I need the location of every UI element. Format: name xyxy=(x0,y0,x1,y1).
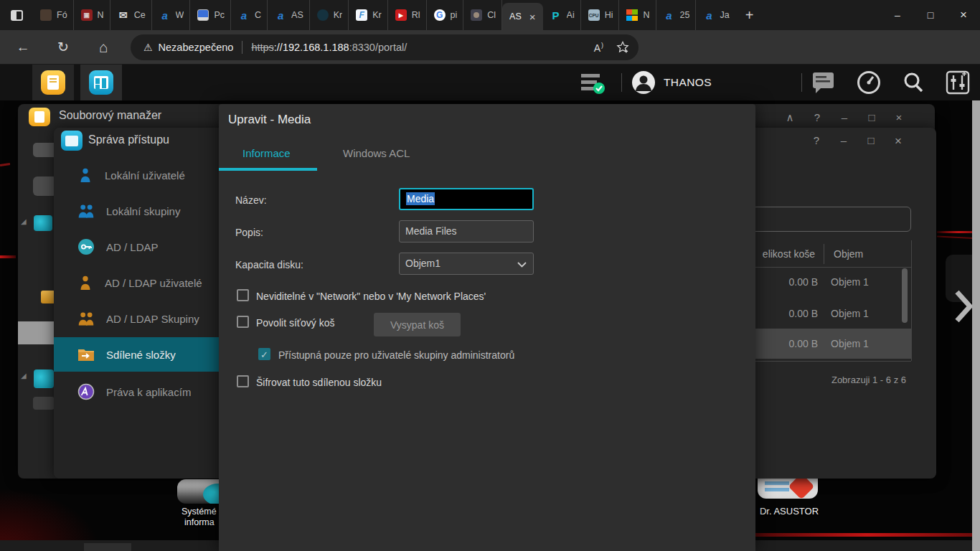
task-monitor-icon[interactable] xyxy=(580,72,607,95)
desktop-icon-dr-asustor[interactable]: Dr. ASUSTOR xyxy=(753,479,832,522)
file-manager-app-icon xyxy=(29,108,50,126)
sidebar-item-app-privileges[interactable]: Práva k aplikacím xyxy=(54,375,219,409)
sidebar-item-local-users[interactable]: Lokální uživatelé xyxy=(54,158,219,192)
name-input[interactable]: Media xyxy=(399,188,534,210)
checkbox-label: Neviditelné v "Network" nebo v 'My Netwo… xyxy=(256,291,486,302)
close-icon[interactable]: × xyxy=(892,134,904,149)
screen: Fó ▣N ✉Ce aW Pc aC aAS Kr FKr ▶Rl Gpi Cl… xyxy=(0,0,980,551)
checkbox-label: Přístupná pouze pro uživatelé skupiny ad… xyxy=(278,349,514,361)
browser-tab[interactable]: aAS xyxy=(268,0,310,30)
sidebar-item-ad-ldap-users[interactable]: AD / LDAP uživatelé xyxy=(54,265,219,300)
home-button[interactable]: ⌂ xyxy=(89,39,118,56)
filter-search-box[interactable] xyxy=(728,207,911,232)
portal-app-tab-access-control[interactable] xyxy=(80,65,122,100)
browser-tab[interactable]: Kr xyxy=(310,0,349,30)
desktop-icon-system-info[interactable]: Systémé informa xyxy=(174,478,219,535)
address-separator xyxy=(242,41,242,54)
selected-tree-item xyxy=(18,321,56,344)
tab-close-icon[interactable]: × xyxy=(527,11,539,23)
help-icon[interactable]: ? xyxy=(811,111,823,124)
page-scrollbar[interactable] xyxy=(972,100,980,551)
browser-tab[interactable]: aJa xyxy=(696,0,735,30)
table-cell-volume[interactable]: Objem 1 xyxy=(831,276,869,288)
access-control-window-controls: ? – □ × xyxy=(811,134,904,149)
shared-folder-icon xyxy=(77,347,95,362)
tree-arrow-icon[interactable]: ◢ xyxy=(21,372,27,380)
checkbox-admins-only[interactable]: ✓ xyxy=(258,348,270,360)
table-scrollbar-thumb[interactable] xyxy=(902,268,908,323)
sidebar-item-ad-ldap[interactable]: AD / LDAP xyxy=(54,230,219,264)
portal-separator xyxy=(621,73,622,92)
browser-tab[interactable]: Pc xyxy=(190,0,231,30)
browser-tab[interactable]: aW xyxy=(152,0,191,30)
description-input[interactable]: Media Files xyxy=(399,220,534,242)
read-aloud-icon[interactable]: A) xyxy=(594,42,604,54)
browser-tab[interactable]: PAi xyxy=(543,0,581,30)
window-maximize-button[interactable]: □ xyxy=(914,0,947,30)
tree-folder-icon xyxy=(34,215,52,231)
refresh-button[interactable]: ↻ xyxy=(49,39,77,55)
table-header-divider xyxy=(755,267,911,268)
close-icon[interactable]: × xyxy=(893,111,905,124)
search-icon[interactable] xyxy=(901,70,925,95)
minimize-icon[interactable]: – xyxy=(839,111,850,124)
tab-windows-acl[interactable]: Windows ACL xyxy=(343,147,410,159)
window-close-button[interactable]: × xyxy=(947,0,980,30)
sidebar-item-shared-folders[interactable]: Sdílené složky xyxy=(54,337,219,372)
checkbox-network-recycle-bin[interactable] xyxy=(237,316,249,328)
add-favorite-icon[interactable] xyxy=(616,40,630,55)
active-tab-underline xyxy=(219,168,317,171)
table-row[interactable]: 0.00 B xyxy=(755,276,818,288)
table-cell-volume[interactable]: Objem 1 xyxy=(831,308,869,319)
checkbox-invisible-network[interactable] xyxy=(237,289,249,301)
taskbar-item xyxy=(84,543,131,551)
help-icon[interactable]: ? xyxy=(811,134,822,149)
security-label[interactable]: Nezabezpečeno xyxy=(159,42,234,53)
column-header-volume[interactable]: Objem xyxy=(834,248,863,260)
back-button[interactable]: ← xyxy=(9,39,37,55)
browser-tab[interactable]: Gpi xyxy=(427,0,464,30)
window-minimize-button[interactable]: – xyxy=(881,0,914,30)
tab-favicon-youtube: ▶ xyxy=(395,9,407,21)
browser-tab[interactable]: ▣N xyxy=(74,0,110,30)
browser-tab[interactable]: N xyxy=(619,0,656,30)
browser-tab-active[interactable]: AS× xyxy=(502,3,542,30)
browser-tab[interactable]: ▶Rl xyxy=(388,0,427,30)
wallpaper-next-chevron[interactable] xyxy=(954,289,973,324)
browser-toolbar: ← ↻ ⌂ ⚠ Nezabezpečeno https ://192.168.1… xyxy=(0,30,980,65)
url-scheme: https xyxy=(251,42,273,53)
portal-app-tab-file-manager[interactable] xyxy=(32,65,74,100)
maximize-icon[interactable]: □ xyxy=(865,134,877,149)
table-cell-size: 0.00 B xyxy=(755,338,818,349)
system-info-icon xyxy=(177,479,219,504)
sidebar-item-local-groups[interactable]: Lokální skupiny xyxy=(54,194,219,228)
portal-username[interactable]: THANOS xyxy=(664,65,712,100)
browser-tab[interactable]: Fó xyxy=(33,0,74,30)
empty-recycle-bin-button[interactable]: Vysypat koš xyxy=(374,313,461,336)
browser-tab[interactable]: Cl xyxy=(463,0,502,30)
browser-tab-strip: Fó ▣N ✉Ce aW Pc aC aAS Kr FKr ▶Rl Gpi Cl… xyxy=(0,0,980,30)
browser-tab[interactable]: CPUHi xyxy=(581,0,620,30)
tab-actions-button[interactable] xyxy=(0,0,33,30)
collapse-icon[interactable]: ∧ xyxy=(784,111,796,124)
maximize-icon[interactable]: □ xyxy=(866,111,877,124)
resource-monitor-icon[interactable] xyxy=(857,70,881,95)
capacity-select[interactable]: Objem1 xyxy=(399,253,534,275)
new-tab-button[interactable]: + xyxy=(735,7,764,24)
tab-informace[interactable]: Informace xyxy=(242,147,291,159)
preferences-sliders-icon[interactable] xyxy=(946,70,970,95)
column-header-recycle-size[interactable]: elikost koše xyxy=(755,248,815,260)
address-bar[interactable]: ⚠ Nezabezpečeno https ://192.168.1.188 :… xyxy=(131,34,639,60)
table-row[interactable]: 0.00 B xyxy=(755,308,818,319)
browser-tab[interactable]: aC xyxy=(231,0,268,30)
browser-tab[interactable]: a25 xyxy=(656,0,697,30)
sidebar-item-ad-ldap-groups[interactable]: AD / LDAP Skupiny xyxy=(54,301,219,336)
browser-tab[interactable]: ✉Ce xyxy=(110,0,152,30)
user-avatar-icon[interactable] xyxy=(631,70,656,95)
file-manager-window-controls: ∧ ? – □ × xyxy=(784,111,905,124)
messages-icon[interactable] xyxy=(812,72,835,94)
tree-arrow-icon[interactable]: ◢ xyxy=(21,217,27,225)
minimize-icon[interactable]: – xyxy=(838,134,849,149)
browser-tab[interactable]: FKr xyxy=(349,0,388,30)
checkbox-encrypt-folder[interactable] xyxy=(237,375,249,387)
